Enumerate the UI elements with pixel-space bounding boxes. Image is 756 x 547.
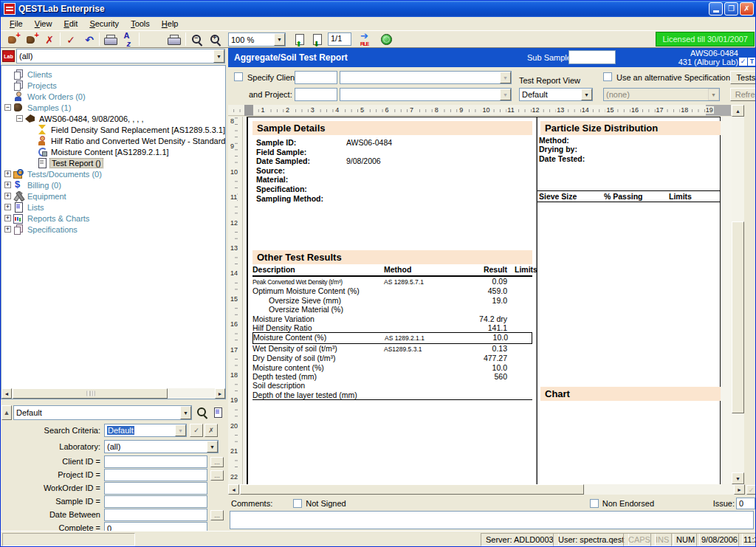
project-id-input[interactable] [104, 469, 207, 481]
tree-item[interactable]: Field Density Sand Replacement [AS1289.5… [1, 124, 225, 135]
minimize-button[interactable] [709, 2, 723, 16]
sample-id-input[interactable] [104, 495, 207, 508]
cancel-criteria-button[interactable]: ✗ [205, 424, 218, 437]
new-item-button[interactable]: + [4, 32, 21, 47]
expand-icon[interactable]: + [4, 193, 11, 199]
tree-item[interactable]: +Billing (0) [1, 179, 225, 190]
tests-button[interactable]: Tests... [730, 71, 756, 84]
project-code-input[interactable] [295, 88, 337, 101]
scroll-right-button[interactable]: ► [215, 388, 225, 399]
chevron-down-icon[interactable]: ▼ [213, 49, 224, 63]
tree-item[interactable]: Hilf Ratio and Converted Wet Density - S… [1, 135, 225, 146]
tree-item-label[interactable]: Equipment [26, 192, 68, 201]
expand-icon[interactable]: + [4, 215, 11, 221]
menu-item-security[interactable]: Security [83, 18, 125, 30]
print-button[interactable] [165, 32, 182, 47]
tree-item-label[interactable]: Reports & Charts [26, 214, 91, 223]
previous-page-button[interactable]: ⬆ [290, 32, 308, 47]
tree-item[interactable]: −Samples (1) [1, 102, 225, 113]
scroll-right-button[interactable]: ► [734, 484, 745, 495]
run-search-button[interactable] [193, 405, 211, 420]
expand-icon[interactable]: + [4, 182, 11, 188]
chevron-down-icon[interactable]: ▼ [581, 89, 592, 100]
title-bar[interactable]: QESTLab Enterprise ❐ ✗ [1, 1, 756, 17]
client-name-combo[interactable]: ▼ [340, 71, 512, 84]
scrollbar-thumb[interactable] [13, 388, 168, 399]
menu-item-file[interactable]: File [4, 18, 29, 30]
tree-item[interactable]: −AWS06-0484, 9/08/2006, , , , [1, 113, 225, 124]
laboratory-combo[interactable]: (all)▼ [104, 440, 219, 453]
expand-icon[interactable]: + [4, 226, 11, 233]
print-setup-button[interactable] [101, 32, 119, 47]
scrollbar-thumb[interactable] [240, 484, 584, 495]
zoom-in-button[interactable]: + [207, 32, 224, 47]
non-endorsed-checkbox[interactable] [590, 499, 599, 508]
export-file-button[interactable]: ➔FILE [358, 32, 376, 47]
scroll-left-button[interactable]: ◄ [228, 484, 239, 495]
scroll-left-button[interactable]: ◄ [1, 388, 12, 399]
tree-item-label[interactable]: Test Report () [49, 158, 103, 168]
menu-item-help[interactable]: Help [156, 18, 185, 30]
tree-item[interactable]: +Equipment [1, 190, 225, 202]
collapse-icon[interactable]: − [4, 104, 11, 111]
date-between-input[interactable] [104, 509, 207, 521]
client-id-input[interactable] [104, 455, 207, 468]
web-button[interactable] [377, 32, 395, 47]
tree-item-label[interactable]: Projects [26, 81, 58, 90]
tree-item-label[interactable]: Field Density Sand Replacement [AS1289.5… [49, 125, 226, 134]
tree-item[interactable]: +Lists [1, 202, 225, 213]
tree-item[interactable]: Projects [1, 80, 225, 91]
search-preset-combo[interactable]: Default▼ [13, 405, 192, 420]
menu-item-view[interactable]: View [29, 18, 58, 30]
endorsed-check-icon[interactable]: ✓ [739, 58, 747, 66]
tree-item-label[interactable]: Lists [26, 203, 46, 212]
zoom-level-combo[interactable]: 100 %▼ [228, 32, 286, 47]
expand-icon[interactable]: + [4, 204, 11, 210]
text-mode-icon[interactable]: T [748, 58, 756, 66]
collapse-icon[interactable]: − [16, 115, 23, 122]
tree-item-label[interactable]: Clients [26, 70, 54, 79]
chevron-down-icon[interactable]: ▼ [207, 441, 218, 453]
menu-item-tools[interactable]: Tools [125, 18, 156, 30]
close-button[interactable]: ✗ [740, 2, 754, 16]
apply-criteria-button[interactable]: ✓ [190, 424, 203, 437]
tree-item[interactable]: Clients [1, 69, 225, 80]
edit-criteria-button[interactable] [210, 405, 227, 420]
expand-icon[interactable]: + [4, 171, 11, 177]
report-view-combo[interactable]: Default▼ [519, 88, 593, 101]
not-signed-checkbox[interactable] [293, 499, 302, 508]
tree-item[interactable]: +Reports & Charts [1, 213, 225, 224]
collapse-search-button[interactable]: ▲ [1, 405, 12, 420]
sub-sample-input[interactable] [568, 50, 616, 64]
undo-button[interactable]: ↶ [80, 32, 98, 47]
date-browse-button[interactable]: ... [210, 510, 224, 520]
chevron-down-icon[interactable]: ▼ [274, 33, 285, 46]
tree-item[interactable]: +Specifications [1, 224, 225, 235]
sort-button[interactable]: Az [120, 32, 137, 47]
tree-item-label[interactable]: AWS06-0484, 9/08/2006, , , , [38, 114, 145, 123]
report-vertical-scrollbar[interactable]: ▲ ▼ [732, 105, 744, 484]
chevron-down-icon[interactable]: ▼ [180, 406, 191, 419]
issue-input[interactable] [736, 498, 755, 509]
tree-item-label[interactable]: Samples (1) [26, 103, 72, 112]
lab-filter-combo[interactable]: (all)▼ [16, 49, 225, 63]
tree-item-label[interactable]: Moisture Content [AS1289.2.1.1] [49, 148, 171, 156]
tree-item[interactable]: Moisture Content [AS1289.2.1.1] [1, 146, 225, 157]
tree-item-label[interactable]: Work Orders (0) [26, 92, 87, 101]
report-horizontal-scrollbar[interactable]: ◄ ► [228, 484, 745, 495]
scroll-up-button[interactable]: ▲ [732, 105, 744, 117]
restore-button[interactable]: ❐ [724, 2, 738, 16]
project-name-combo[interactable]: ▼ [340, 88, 512, 101]
tree-horizontal-scrollbar[interactable]: ◄ ► [1, 388, 225, 399]
tree-item-label[interactable]: Hilf Ratio and Converted Wet Density - S… [49, 137, 226, 145]
menu-item-edit[interactable]: Edit [58, 18, 83, 30]
scroll-down-button[interactable]: ▼ [732, 472, 744, 484]
comments-textarea[interactable] [230, 511, 754, 529]
new-item-alt-button[interactable]: + [22, 32, 40, 47]
tree-item[interactable]: Work Orders (0) [1, 91, 225, 102]
client-id-browse-button[interactable]: ... [210, 457, 224, 467]
zoom-out-button[interactable]: − [188, 32, 206, 47]
workorder-id-input[interactable] [104, 482, 207, 495]
client-code-input[interactable] [295, 71, 337, 84]
tree-item-label[interactable]: Billing (0) [26, 181, 63, 190]
